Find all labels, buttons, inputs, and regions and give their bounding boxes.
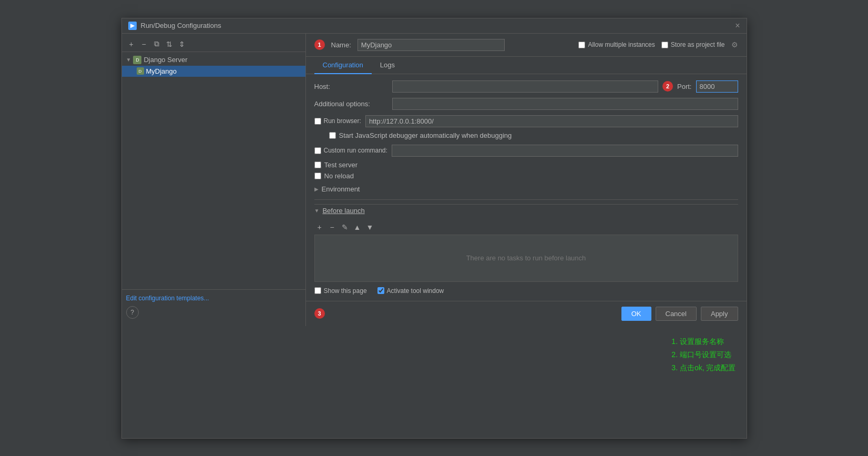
add-config-button[interactable]: +: [126, 39, 137, 49]
close-button[interactable]: ×: [735, 22, 740, 30]
config-tabs: Configuration Logs: [306, 57, 747, 74]
js-debugger-row: Start JavaScript debugger automatically …: [329, 131, 738, 139]
footer-left: 3: [314, 308, 325, 319]
before-launch-area: + − ✎ ▲ ▼ There are no tasks to run befo…: [314, 220, 738, 282]
tree-group-header-django[interactable]: ▼ D Django Server: [122, 54, 305, 66]
name-label: Name:: [331, 41, 351, 49]
activate-tool-window-checkbox-label[interactable]: Activate tool window: [377, 287, 444, 295]
environment-section[interactable]: ▶ Environment: [314, 183, 738, 195]
left-panel: + − ⧉ ⇅ ⇕ ▼ D Django Server D MyDjango: [122, 34, 306, 326]
move-config-button[interactable]: ⇅: [164, 39, 175, 49]
form-area: Host: 2 Port: Additional options: Run br…: [306, 74, 747, 301]
gear-icon[interactable]: ⚙: [731, 40, 738, 49]
no-reload-label: No reload: [324, 172, 354, 180]
before-launch-up-button[interactable]: ▲: [352, 222, 363, 232]
before-launch-edit-button[interactable]: ✎: [340, 222, 350, 232]
host-port-row: Host: 2 Port:: [314, 80, 738, 93]
no-reload-checkbox[interactable]: [314, 173, 321, 179]
before-launch-toolbar: + − ✎ ▲ ▼: [314, 220, 738, 235]
edit-templates-link[interactable]: Edit configuration templates...: [126, 295, 209, 302]
config-name-header: 1 Name: Allow multiple instances Store a…: [306, 34, 747, 57]
before-launch-section[interactable]: ▼ Before launch: [314, 204, 738, 217]
allow-multiple-checkbox[interactable]: [578, 42, 585, 48]
copy-config-button[interactable]: ⧉: [151, 39, 162, 49]
annotation-line3: 3. 点击ok, 完成配置: [671, 361, 736, 374]
store-as-project-label[interactable]: Store as project file: [661, 41, 725, 48]
title-bar-left: ▶ Run/Debug Configurations: [128, 22, 221, 30]
allow-multiple-label[interactable]: Allow multiple instances: [578, 41, 655, 48]
before-launch-add-button[interactable]: +: [314, 222, 325, 232]
custom-run-input[interactable]: [392, 145, 738, 157]
step1-badge: 1: [314, 39, 325, 50]
step3-badge: 3: [314, 308, 325, 319]
config-tree: ▼ D Django Server D MyDjango: [122, 52, 305, 289]
annotation-line2: 2. 端口号设置可选: [671, 348, 736, 361]
left-toolbar: + − ⧉ ⇅ ⇕: [122, 37, 305, 52]
ok-button[interactable]: OK: [621, 307, 651, 321]
tree-group-django: ▼ D Django Server D MyDjango: [122, 52, 305, 79]
tree-item-mydjango[interactable]: D MyDjango: [122, 66, 305, 77]
test-server-row: Test server: [314, 161, 738, 169]
test-server-checkbox[interactable]: [314, 161, 321, 168]
custom-run-checkbox-label[interactable]: Custom run command:: [314, 147, 387, 154]
host-input[interactable]: [392, 80, 659, 93]
cancel-button[interactable]: Cancel: [656, 307, 697, 321]
dialog-content: + − ⧉ ⇅ ⇕ ▼ D Django Server D MyDjango: [122, 34, 747, 326]
header-options: Allow multiple instances Store as projec…: [578, 40, 738, 49]
run-browser-checkbox-label[interactable]: Run browser:: [314, 117, 361, 125]
run-browser-row: Run browser:: [314, 115, 738, 127]
additional-options-row: Additional options:: [314, 98, 738, 110]
test-server-label: Test server: [324, 161, 358, 169]
tab-logs[interactable]: Logs: [372, 57, 403, 74]
store-as-project-checkbox[interactable]: [661, 42, 668, 48]
host-label: Host:: [314, 83, 388, 90]
additional-options-label: Additional options:: [314, 100, 388, 108]
before-launch-chevron-icon: ▼: [314, 208, 320, 214]
before-launch-remove-button[interactable]: −: [327, 222, 338, 232]
right-panel: 1 Name: Allow multiple instances Store a…: [306, 34, 747, 326]
dialog-icon: ▶: [128, 22, 137, 30]
remove-config-button[interactable]: −: [139, 39, 149, 49]
activate-tool-window-label: Activate tool window: [387, 287, 444, 295]
apply-button[interactable]: Apply: [701, 307, 738, 321]
run-browser-input[interactable]: [365, 115, 738, 127]
port-input[interactable]: [696, 80, 738, 93]
env-chevron-icon: ▶: [314, 186, 319, 192]
left-footer: Edit configuration templates... ?: [122, 289, 305, 323]
chevron-down-icon: ▼: [126, 57, 131, 63]
before-launch-empty-message: There are no tasks to run before launch: [314, 235, 738, 282]
show-page-checkbox[interactable]: [314, 287, 321, 294]
environment-label: Environment: [322, 185, 360, 193]
step2-badge: 2: [662, 81, 673, 92]
name-input[interactable]: [358, 39, 505, 51]
title-bar: ▶ Run/Debug Configurations ×: [122, 18, 747, 34]
tab-configuration[interactable]: Configuration: [314, 57, 372, 74]
run-debug-dialog: ▶ Run/Debug Configurations × + − ⧉ ⇅ ⇕ ▼…: [121, 18, 747, 439]
tree-group-label: Django Server: [144, 56, 187, 64]
django-server-icon: D: [133, 56, 141, 64]
js-debugger-checkbox[interactable]: [329, 132, 336, 139]
dialog-title: Run/Debug Configurations: [141, 22, 221, 29]
mydjango-icon: D: [137, 67, 144, 75]
bottom-checkboxes: Show this page Activate tool window: [314, 287, 738, 295]
custom-run-checkbox[interactable]: [314, 147, 321, 154]
show-page-label: Show this page: [324, 287, 367, 295]
run-browser-checkbox[interactable]: [314, 118, 321, 125]
show-page-checkbox-label[interactable]: Show this page: [314, 287, 367, 295]
no-reload-row: No reload: [314, 172, 738, 180]
annotation-line1: 1. 设置服务名称: [671, 335, 736, 348]
section-divider: [314, 199, 738, 200]
port-label: Port:: [677, 83, 691, 90]
before-launch-down-button[interactable]: ▼: [365, 222, 375, 232]
activate-tool-window-checkbox[interactable]: [377, 287, 384, 294]
sort-config-button[interactable]: ⇕: [177, 39, 187, 49]
help-button[interactable]: ?: [126, 306, 139, 319]
additional-options-input[interactable]: [392, 98, 738, 110]
js-debugger-label: Start JavaScript debugger automatically …: [339, 131, 512, 139]
before-launch-label: Before launch: [322, 207, 364, 215]
tree-item-label: MyDjango: [146, 67, 177, 75]
dialog-footer: 3 OK Cancel Apply: [306, 301, 747, 326]
annotation-area: 1. 设置服务名称 2. 端口号设置可选 3. 点击ok, 完成配置: [671, 335, 736, 375]
custom-run-row: Custom run command:: [314, 145, 738, 157]
